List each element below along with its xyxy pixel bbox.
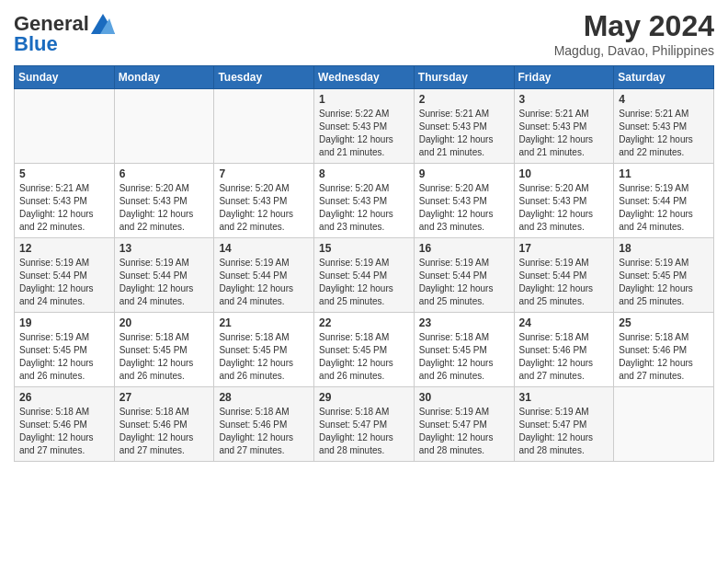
- page-header: General Blue May 2024 Magdug, Davao, Phi…: [14, 9, 714, 58]
- day-number: 25: [619, 316, 709, 329]
- calendar-cell: 30Sunrise: 5:19 AM Sunset: 5:47 PM Dayli…: [414, 387, 514, 462]
- calendar-cell: [15, 89, 115, 164]
- calendar-cell: 4Sunrise: 5:21 AM Sunset: 5:43 PM Daylig…: [614, 89, 714, 164]
- day-number: 1: [319, 93, 409, 106]
- day-info: Sunrise: 5:22 AM Sunset: 5:43 PM Dayligh…: [319, 108, 409, 159]
- calendar-cell: 3Sunrise: 5:21 AM Sunset: 5:43 PM Daylig…: [514, 89, 614, 164]
- calendar-cell: 14Sunrise: 5:19 AM Sunset: 5:44 PM Dayli…: [214, 238, 314, 313]
- calendar-cell: 22Sunrise: 5:18 AM Sunset: 5:45 PM Dayli…: [314, 313, 415, 387]
- day-info: Sunrise: 5:18 AM Sunset: 5:47 PM Dayligh…: [319, 406, 409, 457]
- calendar-week-row: 12Sunrise: 5:19 AM Sunset: 5:44 PM Dayli…: [15, 238, 714, 313]
- day-number: 23: [419, 316, 509, 329]
- day-info: Sunrise: 5:20 AM Sunset: 5:43 PM Dayligh…: [119, 182, 210, 234]
- calendar-table: SundayMondayTuesdayWednesdayThursdayFrid…: [14, 65, 714, 462]
- calendar-cell: 25Sunrise: 5:18 AM Sunset: 5:46 PM Dayli…: [614, 313, 714, 387]
- day-number: 4: [619, 93, 709, 106]
- day-number: 22: [319, 316, 409, 329]
- calendar-cell: 18Sunrise: 5:19 AM Sunset: 5:45 PM Dayli…: [614, 238, 714, 313]
- day-number: 7: [219, 167, 309, 180]
- day-info: Sunrise: 5:21 AM Sunset: 5:43 PM Dayligh…: [19, 182, 109, 234]
- day-info: Sunrise: 5:19 AM Sunset: 5:44 PM Dayligh…: [419, 257, 509, 308]
- day-number: 21: [219, 316, 309, 329]
- day-info: Sunrise: 5:18 AM Sunset: 5:45 PM Dayligh…: [419, 331, 509, 383]
- day-info: Sunrise: 5:19 AM Sunset: 5:44 PM Dayligh…: [519, 257, 609, 308]
- column-header-thursday: Thursday: [414, 66, 514, 89]
- day-number: 16: [419, 242, 509, 255]
- day-number: 12: [19, 242, 109, 255]
- day-number: 14: [219, 242, 309, 255]
- calendar-cell: 28Sunrise: 5:18 AM Sunset: 5:46 PM Dayli…: [214, 387, 314, 462]
- calendar-cell: 12Sunrise: 5:19 AM Sunset: 5:44 PM Dayli…: [15, 238, 115, 313]
- day-number: 18: [619, 242, 709, 255]
- calendar-cell: 5Sunrise: 5:21 AM Sunset: 5:43 PM Daylig…: [15, 164, 115, 238]
- calendar-cell: [214, 89, 314, 164]
- day-info: Sunrise: 5:20 AM Sunset: 5:43 PM Dayligh…: [319, 182, 409, 234]
- day-info: Sunrise: 5:18 AM Sunset: 5:46 PM Dayligh…: [19, 406, 109, 457]
- calendar-cell: 1Sunrise: 5:22 AM Sunset: 5:43 PM Daylig…: [314, 89, 415, 164]
- day-number: 28: [219, 391, 309, 404]
- calendar-cell: 19Sunrise: 5:19 AM Sunset: 5:45 PM Dayli…: [15, 313, 115, 387]
- day-number: 17: [519, 242, 609, 255]
- day-number: 11: [619, 167, 709, 180]
- day-number: 30: [419, 391, 509, 404]
- calendar-cell: [114, 89, 214, 164]
- day-info: Sunrise: 5:19 AM Sunset: 5:44 PM Dayligh…: [119, 257, 210, 308]
- day-number: 31: [519, 391, 609, 404]
- day-info: Sunrise: 5:21 AM Sunset: 5:43 PM Dayligh…: [519, 108, 609, 159]
- day-info: Sunrise: 5:19 AM Sunset: 5:45 PM Dayligh…: [619, 257, 709, 308]
- calendar-week-row: 19Sunrise: 5:19 AM Sunset: 5:45 PM Dayli…: [15, 313, 714, 387]
- day-info: Sunrise: 5:19 AM Sunset: 5:44 PM Dayligh…: [19, 257, 109, 308]
- calendar-cell: 20Sunrise: 5:18 AM Sunset: 5:45 PM Dayli…: [114, 313, 214, 387]
- day-info: Sunrise: 5:18 AM Sunset: 5:45 PM Dayligh…: [219, 331, 309, 383]
- calendar-cell: 26Sunrise: 5:18 AM Sunset: 5:46 PM Dayli…: [15, 387, 115, 462]
- day-number: 24: [519, 316, 609, 329]
- calendar-cell: 2Sunrise: 5:21 AM Sunset: 5:43 PM Daylig…: [414, 89, 514, 164]
- calendar-cell: 8Sunrise: 5:20 AM Sunset: 5:43 PM Daylig…: [314, 164, 415, 238]
- calendar-cell: 21Sunrise: 5:18 AM Sunset: 5:45 PM Dayli…: [214, 313, 314, 387]
- calendar-cell: 9Sunrise: 5:20 AM Sunset: 5:43 PM Daylig…: [414, 164, 514, 238]
- calendar-cell: 24Sunrise: 5:18 AM Sunset: 5:46 PM Dayli…: [514, 313, 614, 387]
- calendar-cell: 23Sunrise: 5:18 AM Sunset: 5:45 PM Dayli…: [414, 313, 514, 387]
- day-number: 8: [319, 167, 409, 180]
- day-number: 2: [419, 93, 509, 106]
- day-info: Sunrise: 5:19 AM Sunset: 5:44 PM Dayligh…: [619, 182, 709, 234]
- calendar-cell: 31Sunrise: 5:19 AM Sunset: 5:47 PM Dayli…: [514, 387, 614, 462]
- calendar-cell: 15Sunrise: 5:19 AM Sunset: 5:44 PM Dayli…: [314, 238, 415, 313]
- column-header-monday: Monday: [114, 66, 214, 89]
- calendar-week-row: 1Sunrise: 5:22 AM Sunset: 5:43 PM Daylig…: [15, 89, 714, 164]
- day-number: 10: [519, 167, 609, 180]
- calendar-cell: 17Sunrise: 5:19 AM Sunset: 5:44 PM Dayli…: [514, 238, 614, 313]
- day-number: 5: [19, 167, 109, 180]
- calendar-cell: 13Sunrise: 5:19 AM Sunset: 5:44 PM Dayli…: [114, 238, 214, 313]
- day-number: 29: [319, 391, 409, 404]
- day-info: Sunrise: 5:19 AM Sunset: 5:47 PM Dayligh…: [519, 406, 609, 457]
- day-info: Sunrise: 5:20 AM Sunset: 5:43 PM Dayligh…: [219, 182, 309, 234]
- calendar-cell: 10Sunrise: 5:20 AM Sunset: 5:43 PM Dayli…: [514, 164, 614, 238]
- day-number: 15: [319, 242, 409, 255]
- calendar-cell: 7Sunrise: 5:20 AM Sunset: 5:43 PM Daylig…: [214, 164, 314, 238]
- day-info: Sunrise: 5:19 AM Sunset: 5:44 PM Dayligh…: [219, 257, 309, 308]
- logo-icon: [91, 14, 115, 34]
- day-number: 19: [19, 316, 109, 329]
- calendar-cell: 6Sunrise: 5:20 AM Sunset: 5:43 PM Daylig…: [114, 164, 214, 238]
- day-info: Sunrise: 5:18 AM Sunset: 5:46 PM Dayligh…: [119, 406, 210, 457]
- column-header-sunday: Sunday: [15, 66, 115, 89]
- column-header-friday: Friday: [514, 66, 614, 89]
- calendar-header-row: SundayMondayTuesdayWednesdayThursdayFrid…: [15, 66, 714, 89]
- day-info: Sunrise: 5:18 AM Sunset: 5:45 PM Dayligh…: [119, 331, 210, 383]
- column-header-saturday: Saturday: [614, 66, 714, 89]
- day-number: 20: [119, 316, 210, 329]
- day-info: Sunrise: 5:21 AM Sunset: 5:43 PM Dayligh…: [419, 108, 509, 159]
- day-number: 13: [119, 242, 210, 255]
- calendar-week-row: 5Sunrise: 5:21 AM Sunset: 5:43 PM Daylig…: [15, 164, 714, 238]
- calendar-cell: 16Sunrise: 5:19 AM Sunset: 5:44 PM Dayli…: [414, 238, 514, 313]
- day-info: Sunrise: 5:19 AM Sunset: 5:44 PM Dayligh…: [319, 257, 409, 308]
- calendar-week-row: 26Sunrise: 5:18 AM Sunset: 5:46 PM Dayli…: [15, 387, 714, 462]
- calendar-cell: 11Sunrise: 5:19 AM Sunset: 5:44 PM Dayli…: [614, 164, 714, 238]
- location-subtitle: Magdug, Davao, Philippines: [554, 43, 714, 58]
- day-number: 3: [519, 93, 609, 106]
- day-number: 9: [419, 167, 509, 180]
- day-info: Sunrise: 5:18 AM Sunset: 5:46 PM Dayligh…: [219, 406, 309, 457]
- logo: General Blue: [14, 13, 115, 56]
- day-number: 6: [119, 167, 210, 180]
